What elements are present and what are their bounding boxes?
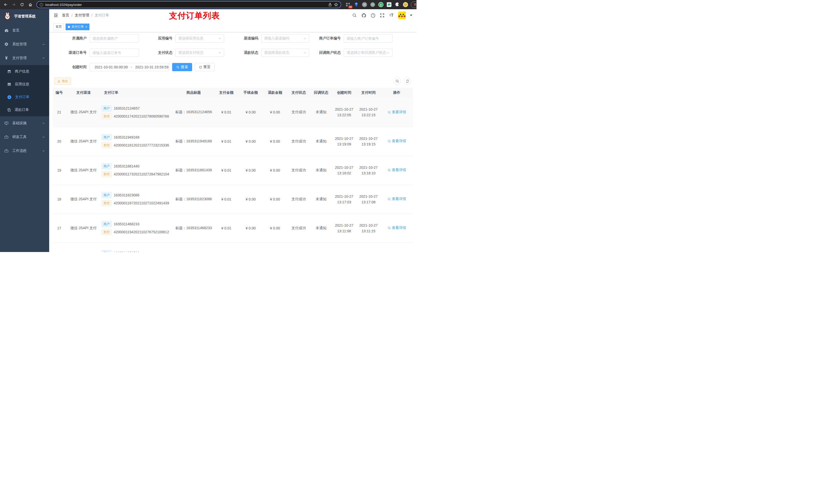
page-content: 所属商户 应用编号 请选择应用信息 渠道编码 请输入渠道编码 商户订单编号 <box>49 32 416 252</box>
callback-status-select[interactable]: 请选择订单回调商户状态 <box>344 49 392 57</box>
cell-refund: ¥ 0.00 <box>263 214 287 242</box>
create-time-range-picker[interactable]: 2021-10-01 00:00:00 - 2021-10-31 23:59:5… <box>90 63 169 71</box>
url-text[interactable]: localhost:1024/pay/order <box>45 3 326 7</box>
github-icon[interactable] <box>361 13 366 18</box>
monitor-icon <box>4 121 9 125</box>
sidebar-item-infra[interactable]: 基础设施 <box>0 116 49 130</box>
search-button[interactable]: 搜索 <box>172 63 192 71</box>
cell-amount: ¥ 0.01 <box>214 214 238 242</box>
table-row: 19 微信 JSAPI 支付 商户 1635311881440 支付 <box>53 156 413 185</box>
merchant-input[interactable] <box>90 34 139 43</box>
chevron-down-icon <box>303 37 306 40</box>
filter-label: 渠道订单号 <box>49 50 90 55</box>
cell-refund: ¥ 0.00 <box>263 185 287 214</box>
bookmark-star-icon[interactable] <box>334 3 338 7</box>
cell-pay-status: 支付成功 <box>287 127 310 156</box>
browser-address-bar[interactable]: localhost:1024/pay/order <box>37 1 341 8</box>
tab-home[interactable]: 首页 <box>53 24 64 30</box>
chevron-down-icon <box>42 136 45 139</box>
font-size-icon[interactable]: TT <box>389 13 394 18</box>
sidebar-item-merchant-info[interactable]: 商户信息 <box>0 65 49 78</box>
site-info-icon[interactable] <box>40 3 43 7</box>
channel-code-select[interactable]: 请输入渠道编码 <box>261 34 309 43</box>
cell-actions: 查看详情 <box>381 98 413 127</box>
cell-notify-status: 未通知 <box>310 98 332 127</box>
extension-y-icon[interactable]: y <box>378 2 384 7</box>
cell-pay-order: 商户 1635311468233 支付 42000011942021102767… <box>101 214 173 242</box>
help-icon[interactable]: ? <box>371 13 376 18</box>
cell-id: 20 <box>53 127 66 156</box>
breadcrumb-home[interactable]: 首页 <box>62 13 69 18</box>
table-header: 编号 支付渠道 支付订单 商品标题 支付金额 手续金额 退款金额 支付状态 回调… <box>53 88 413 98</box>
extension-chat-icon[interactable] <box>386 2 392 7</box>
view-detail-link[interactable]: 查看详情 <box>387 110 406 115</box>
cell-pay-order: 商户 1635311949168 支付 42000011812021102777… <box>101 127 173 156</box>
sidebar-item-system[interactable]: 系统管理 <box>0 38 49 51</box>
browser-reload-icon[interactable] <box>19 2 25 8</box>
detail-search-icon <box>387 140 391 143</box>
pay-tag: 支付 <box>101 171 112 177</box>
tab-pay-order[interactable]: 支付订单 × <box>66 24 89 30</box>
pay-status-select[interactable]: 请选择支付状态 <box>175 49 224 57</box>
chrome-update-button[interactable]: 更新 <box>411 2 416 8</box>
cell-id <box>53 242 66 252</box>
view-detail-link[interactable]: 查看详情 <box>387 168 406 172</box>
cell-title: 标题：1635311949168 <box>173 127 214 156</box>
channel-order-no-input[interactable] <box>90 49 139 57</box>
sidebar-item-app-info[interactable]: 应用信息 <box>0 78 49 91</box>
browser-chrome: localhost:1024/pay/order 10 ⌘ y <box>0 0 416 9</box>
sidebar-logo[interactable]: 芋道管理系统 <box>0 9 49 24</box>
chevron-down-icon <box>218 37 221 40</box>
app-select[interactable]: 请选择应用信息 <box>175 34 224 43</box>
sidebar-item-payment[interactable]: ¥ 支付管理 <box>0 51 49 65</box>
sidebar-item-refund-order[interactable]: 退款订单 <box>0 103 49 116</box>
sidebar-fold-icon[interactable] <box>53 13 58 18</box>
filter-row-3: 创建时间 2021-10-01 00:00:00 - 2021-10-31 23… <box>49 63 416 71</box>
view-detail-link[interactable]: 查看详情 <box>387 139 406 143</box>
refund-status-select[interactable]: 请选择退款状态 <box>261 49 309 57</box>
merchant-order-no-input[interactable] <box>344 34 392 43</box>
extension-record-icon[interactable] <box>370 2 376 7</box>
reset-button[interactable]: 重置 <box>195 63 215 71</box>
cell-id: 21 <box>53 98 66 127</box>
filter-label: 回调商户状态 <box>309 50 344 55</box>
browser-forward-icon[interactable] <box>11 2 17 8</box>
extension-command-icon[interactable]: ⌘ <box>362 2 367 7</box>
refresh-table-icon[interactable] <box>404 77 411 85</box>
merchant-order-no: 1635311251736 <box>114 251 139 252</box>
sidebar-item-label: 工作流程 <box>12 148 39 153</box>
breadcrumb-payment[interactable]: 支付管理 <box>75 13 89 18</box>
sidebar-item-home[interactable]: 首页 <box>0 24 49 38</box>
share-icon[interactable] <box>328 3 332 7</box>
sidebar-item-workflow[interactable]: 工作流程 <box>0 144 49 158</box>
table-row: 18 微信 JSAPI 支付 商户 1635311823086 支付 <box>53 185 413 214</box>
breadcrumb-separator: / <box>91 13 93 18</box>
main-panel: 支付订单列表 首页 / 支付管理 / 支付订单 ? <box>49 9 416 252</box>
user-avatar[interactable] <box>398 11 406 19</box>
extension-kite-icon[interactable] <box>354 2 359 7</box>
browser-back-icon[interactable] <box>3 2 9 8</box>
tab-close-icon[interactable]: × <box>85 25 87 29</box>
browser-home-icon[interactable] <box>27 2 33 8</box>
chevron-down-icon <box>386 51 389 54</box>
view-detail-link[interactable]: 查看详情 <box>387 197 406 201</box>
search-icon[interactable] <box>352 13 357 18</box>
documents-icon <box>7 108 11 112</box>
avatar-caret-icon[interactable] <box>410 15 412 16</box>
extension-tabs-icon[interactable]: 10 <box>345 2 351 7</box>
merchant-order-no: 1635311949168 <box>114 135 139 139</box>
export-button[interactable]: 导出 <box>54 78 71 85</box>
cell-channel: 微信 JSAPI 支付 <box>66 214 101 242</box>
merchant-tag: 商户 <box>101 134 112 140</box>
cell-amount: ¥ 0.01 <box>214 127 238 156</box>
profile-avatar-icon[interactable] <box>403 2 408 7</box>
chevron-down-icon <box>42 122 45 125</box>
toggle-search-icon[interactable] <box>394 77 401 85</box>
view-detail-link[interactable]: 查看详情 <box>387 225 406 230</box>
sidebar-item-pay-order[interactable]: ¥ 支付订单 <box>0 91 49 103</box>
sidebar-item-label: 基础设施 <box>12 121 39 125</box>
fullscreen-icon[interactable] <box>380 13 385 18</box>
detail-search-icon <box>387 111 391 114</box>
extensions-puzzle-icon[interactable] <box>395 2 400 7</box>
sidebar-item-devtools[interactable]: 研发工具 <box>0 130 49 144</box>
